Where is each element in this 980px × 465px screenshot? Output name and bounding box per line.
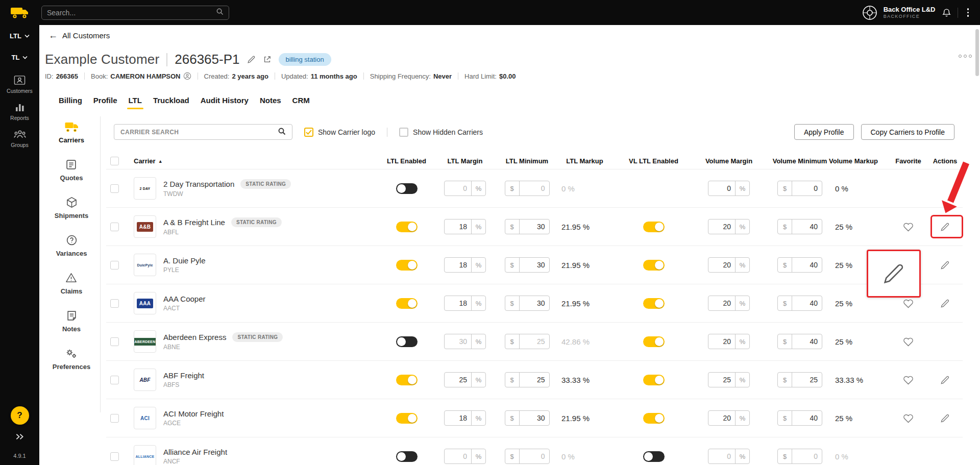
volume-margin-input[interactable]	[708, 334, 735, 349]
volume-minimum-input[interactable]	[792, 219, 822, 234]
column-volume-markup[interactable]: Volume Markup	[827, 153, 880, 169]
subnav-item-quotes[interactable]: Quotes	[60, 159, 83, 182]
subnav-item-carriers[interactable]: Carriers	[59, 122, 84, 144]
row-select-checkbox[interactable]	[110, 376, 119, 384]
ltl-enabled-toggle[interactable]	[396, 222, 418, 232]
ltl-margin-input[interactable]	[445, 219, 471, 234]
org-avatar-icon[interactable]	[862, 5, 877, 20]
volume-minimum-input[interactable]	[792, 334, 822, 349]
volume-margin-input[interactable]	[708, 181, 735, 195]
sidebar-item-customers[interactable]: Customers	[0, 75, 39, 94]
ltl-minimum-input[interactable]	[520, 296, 549, 310]
copy-carriers-to-profile-button[interactable]: Copy Carriers to Profile	[861, 124, 955, 140]
subnav-item-variances[interactable]: Variances	[56, 234, 87, 257]
tab-notes[interactable]: Notes	[259, 95, 282, 106]
app-logo-icon[interactable]	[0, 6, 39, 20]
volume-minimum-input[interactable]	[792, 373, 822, 387]
ltl-enabled-toggle[interactable]	[396, 336, 418, 347]
help-button[interactable]: ?	[11, 406, 29, 425]
ltl-minimum-input[interactable]	[520, 219, 549, 234]
ltl-margin-input[interactable]	[445, 334, 471, 349]
row-select-checkbox[interactable]	[110, 337, 119, 346]
ltl-minimum-input[interactable]	[520, 449, 549, 463]
ltl-minimum-input[interactable]	[520, 334, 549, 349]
volume-margin-input[interactable]	[708, 373, 735, 387]
more-options-icon[interactable]	[959, 55, 972, 58]
column-carrier[interactable]: Carrier▲	[129, 153, 378, 169]
ltl-enabled-toggle[interactable]	[396, 375, 418, 385]
tab-profile[interactable]: Profile	[93, 95, 118, 106]
scrollbar-thumb[interactable]	[975, 29, 979, 76]
column-vl-ltl-enabled[interactable]: VL LTL Enabled	[616, 153, 691, 169]
sidebar-item-groups[interactable]: Groups	[0, 129, 39, 148]
column-volume-margin[interactable]: Volume Margin	[691, 153, 767, 169]
vl-ltl-enabled-toggle[interactable]	[643, 336, 665, 347]
vl-ltl-enabled-toggle[interactable]	[643, 451, 665, 462]
edit-carrier-button[interactable]	[940, 375, 950, 385]
tab-audit-history[interactable]: Audit History	[200, 95, 249, 106]
edit-carrier-button[interactable]	[940, 299, 950, 308]
carrier-search-input[interactable]	[120, 128, 278, 136]
favorite-button[interactable]	[903, 299, 914, 308]
notifications-bell-icon[interactable]	[942, 7, 951, 18]
volume-minimum-input[interactable]	[792, 296, 822, 310]
subnav-item-notes[interactable]: Notes	[62, 310, 81, 333]
favorite-button[interactable]	[903, 375, 914, 385]
ltl-minimum-input[interactable]	[520, 181, 549, 195]
column-ltl-enabled[interactable]: LTL Enabled	[378, 153, 435, 169]
ltl-enabled-toggle[interactable]	[396, 260, 418, 271]
sidebar-menu-ltl[interactable]: LTL	[0, 25, 39, 46]
tab-ltl[interactable]: LTL	[128, 95, 142, 106]
external-link-icon[interactable]	[263, 55, 272, 64]
edit-carrier-button[interactable]	[940, 260, 950, 270]
ltl-margin-input[interactable]	[445, 296, 471, 310]
subnav-item-preferences[interactable]: Preferences	[53, 348, 90, 371]
volume-minimum-input[interactable]	[792, 411, 822, 425]
row-select-checkbox[interactable]	[110, 414, 119, 423]
book-owner-avatar-icon[interactable]	[183, 72, 191, 80]
volume-minimum-input[interactable]	[792, 181, 822, 195]
row-select-checkbox[interactable]	[110, 452, 119, 461]
vl-ltl-enabled-toggle[interactable]	[643, 298, 665, 309]
volume-margin-input[interactable]	[708, 411, 735, 425]
vl-ltl-enabled-toggle[interactable]	[643, 375, 665, 385]
ltl-minimum-input[interactable]	[520, 411, 549, 425]
ltl-enabled-toggle[interactable]	[396, 183, 418, 194]
tab-billing[interactable]: Billing	[58, 95, 83, 106]
sidebar-menu-tl[interactable]: TL	[0, 46, 39, 68]
volume-minimum-input[interactable]	[792, 449, 822, 463]
favorite-button[interactable]	[903, 337, 914, 347]
global-search-input[interactable]	[47, 9, 216, 17]
edit-carrier-button[interactable]	[940, 413, 950, 423]
subnav-item-claims[interactable]: Claims	[61, 272, 83, 295]
column-ltl-markup[interactable]: LTL Markup	[553, 153, 616, 169]
vl-ltl-enabled-toggle[interactable]	[643, 260, 665, 271]
row-select-checkbox[interactable]	[110, 299, 119, 308]
kebab-menu-icon[interactable]	[964, 6, 972, 19]
volume-margin-input[interactable]	[708, 449, 735, 463]
volume-margin-input[interactable]	[708, 258, 735, 272]
ltl-margin-input[interactable]	[445, 373, 471, 387]
show-hidden-carriers-checkbox[interactable]	[399, 128, 408, 137]
back-to-customers-link[interactable]: ← All Customers	[48, 31, 110, 40]
volume-margin-input[interactable]	[708, 219, 735, 234]
ltl-enabled-toggle[interactable]	[396, 413, 418, 424]
favorite-button[interactable]	[903, 413, 914, 423]
column-ltl-margin[interactable]: LTL Margin	[435, 153, 495, 169]
ltl-minimum-input[interactable]	[520, 373, 549, 387]
select-all-checkbox[interactable]	[110, 157, 119, 165]
volume-margin-input[interactable]	[708, 296, 735, 310]
ltl-margin-input[interactable]	[445, 449, 471, 463]
row-select-checkbox[interactable]	[110, 261, 119, 270]
apply-profile-button[interactable]: Apply Profile	[794, 124, 854, 140]
subnav-item-shipments[interactable]: Shipments	[55, 197, 88, 219]
ltl-enabled-toggle[interactable]	[396, 451, 418, 462]
vl-ltl-enabled-toggle[interactable]	[643, 222, 665, 232]
edit-customer-icon[interactable]	[247, 55, 256, 64]
sidebar-item-reports[interactable]: Reports	[0, 102, 39, 121]
row-select-checkbox[interactable]	[110, 184, 119, 193]
column-favorite[interactable]: Favorite	[880, 153, 927, 169]
ltl-margin-input[interactable]	[445, 411, 471, 425]
volume-minimum-input[interactable]	[792, 258, 822, 272]
expand-sidebar-icon[interactable]	[15, 433, 24, 443]
